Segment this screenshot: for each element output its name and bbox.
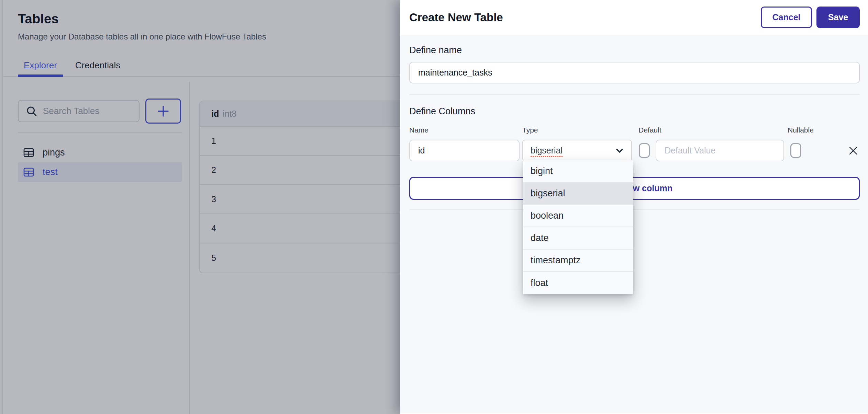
column-type-value: bigserial	[531, 146, 563, 156]
add-column-button[interactable]: Add a new column	[409, 177, 860, 200]
type-dropdown-menu: bigint bigserial boolean date timestampt…	[523, 160, 633, 294]
column-type-select[interactable]: bigserial	[522, 140, 632, 161]
type-option-bigserial[interactable]: bigserial	[523, 183, 633, 205]
drawer-title: Create New Table	[409, 11, 761, 24]
section-divider	[409, 209, 860, 210]
type-option-float[interactable]: float	[523, 272, 633, 294]
field-header-type: Type	[522, 126, 538, 134]
section-divider	[409, 94, 860, 95]
type-option-bigint[interactable]: bigint	[523, 160, 633, 183]
default-value-input[interactable]	[656, 140, 784, 161]
default-checkbox[interactable]	[639, 143, 650, 158]
column-definition-row: bigserial	[409, 140, 860, 161]
remove-column-button[interactable]	[846, 144, 860, 158]
save-button[interactable]: Save	[816, 7, 860, 28]
drawer-body: Define name Define Columns Name Type Def…	[400, 35, 868, 413]
define-name-label: Define name	[409, 45, 860, 56]
nullable-checkbox[interactable]	[790, 143, 801, 158]
chevron-down-icon	[614, 145, 625, 156]
drawer-header: Create New Table Cancel Save	[400, 0, 868, 35]
cancel-button[interactable]: Cancel	[761, 7, 812, 28]
type-option-boolean[interactable]: boolean	[523, 205, 633, 227]
column-name-input[interactable]	[409, 140, 520, 161]
field-header-nullable: Nullable	[788, 126, 814, 134]
field-header-default: Default	[638, 126, 661, 134]
define-columns-label: Define Columns	[409, 106, 860, 117]
table-name-input[interactable]	[409, 62, 860, 83]
field-header-name: Name	[409, 126, 429, 134]
type-option-date[interactable]: date	[523, 227, 633, 250]
column-field-headers: Name Type Default Nullable	[409, 126, 860, 136]
close-icon	[847, 145, 859, 157]
create-table-drawer: Create New Table Cancel Save Define name…	[400, 0, 868, 414]
type-option-timestamptz[interactable]: timestamptz	[523, 250, 633, 272]
